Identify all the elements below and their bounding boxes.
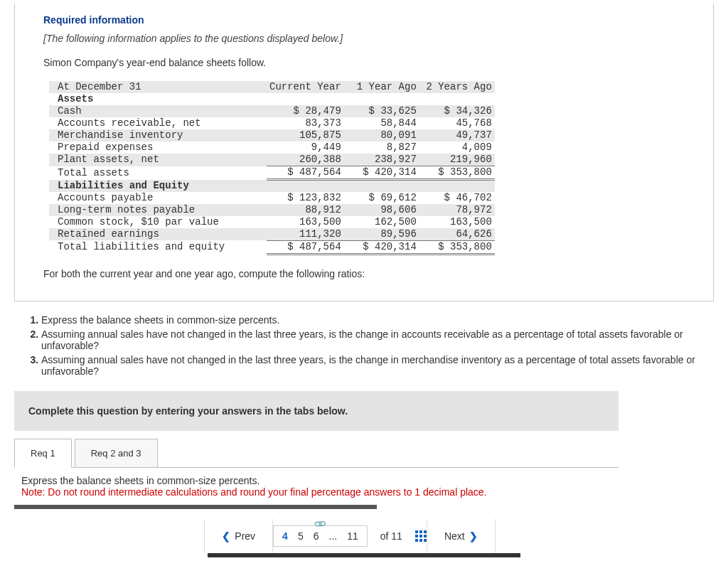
horizontal-scrollbar[interactable]: [14, 505, 377, 509]
bottom-scrollbar[interactable]: [208, 553, 520, 557]
row-val: 98,606: [344, 204, 419, 216]
question-list: Express the balance sheets in common-siz…: [14, 314, 714, 377]
page-num[interactable]: 6: [314, 530, 319, 542]
panel-line-1: Express the balance sheets in common-siz…: [21, 475, 611, 486]
total-val: $ 487,564: [267, 240, 344, 254]
chevron-right-icon: ❯: [469, 530, 478, 542]
tab-req-1[interactable]: Req 1: [14, 439, 72, 468]
row-val: 111,320: [267, 228, 344, 241]
after-table-text: For both the current year and one year a…: [43, 268, 685, 279]
row-val: $ 46,702: [419, 192, 495, 204]
page-of-n: of 11: [380, 530, 402, 542]
row-val: 83,373: [267, 117, 344, 129]
total-liab-label: Total liabilities and equity: [49, 240, 267, 254]
row-val: 49,737: [419, 129, 495, 141]
page-current[interactable]: 4: [282, 530, 288, 542]
row-val: 9,449: [267, 141, 344, 154]
row-val: 4,009: [419, 141, 495, 154]
info-box: Required information [The following info…: [14, 4, 714, 301]
panel-note: Note: Do not round intermediate calculat…: [21, 486, 611, 498]
question-1: Express the balance sheets in common-siz…: [41, 314, 714, 326]
tab-panel: Express the balance sheets in common-siz…: [14, 467, 619, 502]
row-label: Accounts payable: [49, 192, 267, 204]
assets-heading: Assets: [49, 93, 267, 105]
tabs-row: Req 1 Req 2 and 3: [14, 438, 714, 467]
row-label: Long-term notes payable: [49, 204, 267, 216]
page-ellipsis: ...: [329, 530, 338, 542]
page-list[interactable]: 🔗 4 5 6 ... 11: [273, 525, 368, 547]
total-assets-label: Total assets: [49, 166, 267, 180]
row-label: Prepaid expenses: [49, 141, 267, 154]
table-header-c2: 1 Year Ago: [344, 81, 419, 93]
row-label: Cash: [49, 105, 267, 117]
row-val: $ 33,625: [344, 105, 419, 117]
question-3: Assuming annual sales have not changed i…: [41, 354, 714, 377]
row-val: 45,768: [419, 117, 495, 129]
row-val: 80,091: [344, 129, 419, 141]
next-label: Next: [444, 530, 465, 542]
prev-label: Prev: [235, 530, 255, 542]
total-val: $ 420,314: [344, 166, 419, 180]
question-2: Assuming annual sales have not changed i…: [41, 328, 714, 351]
row-val: 163,500: [267, 216, 344, 228]
row-label: Merchandise inventory: [49, 129, 267, 141]
row-val: 162,500: [344, 216, 419, 228]
page-num[interactable]: 11: [347, 530, 358, 542]
liabilities-heading: Liabilities and Equity: [49, 180, 267, 192]
row-val: 64,626: [419, 228, 495, 241]
total-val: $ 420,314: [344, 240, 419, 254]
row-val: 58,844: [344, 117, 419, 129]
table-header-c3: 2 Years Ago: [419, 81, 495, 93]
row-val: 238,927: [344, 154, 419, 166]
intro-text: Simon Company's year-end balance sheets …: [43, 57, 685, 68]
instruction-bar: Complete this question by entering your …: [14, 391, 619, 431]
page-num[interactable]: 5: [298, 530, 304, 542]
prev-button[interactable]: ❮ Prev: [204, 519, 273, 553]
total-val: $ 353,800: [419, 240, 495, 254]
table-header-label: At December 31: [49, 81, 267, 93]
row-val: 105,875: [267, 129, 344, 141]
row-val: $ 69,612: [344, 192, 419, 204]
row-val: 88,912: [267, 204, 344, 216]
tab-req-2-and-3[interactable]: Req 2 and 3: [75, 439, 158, 468]
table-header-c1: Current Year: [267, 81, 344, 93]
required-info-heading: Required information: [43, 14, 685, 26]
page-box: 🔗 4 5 6 ... 11 of 11: [273, 519, 427, 553]
row-val: $ 34,326: [419, 105, 495, 117]
row-val: 219,960: [419, 154, 495, 166]
row-label: Retained earnings: [49, 228, 267, 241]
next-button[interactable]: Next ❯: [427, 519, 496, 553]
row-label: Plant assets, net: [49, 154, 267, 166]
required-info-note: [The following information applies to th…: [43, 33, 685, 44]
grid-icon[interactable]: [415, 530, 427, 542]
row-label: Common stock, $10 par value: [49, 216, 267, 228]
total-val: $ 353,800: [419, 166, 495, 180]
row-val: 8,827: [344, 141, 419, 154]
row-val: $ 123,832: [267, 192, 344, 204]
total-val: $ 487,564: [267, 166, 344, 180]
link-icon: 🔗: [313, 516, 327, 530]
row-val: 78,972: [419, 204, 495, 216]
row-label: Accounts receivable, net: [49, 117, 267, 129]
chevron-left-icon: ❮: [222, 530, 230, 542]
row-val: 260,388: [267, 154, 344, 166]
nav-bar: ❮ Prev 🔗 4 5 6 ... 11 of 11 Next ❯: [0, 519, 714, 553]
row-val: 163,500: [419, 216, 495, 228]
row-val: $ 28,479: [267, 105, 344, 117]
balance-sheet-table: At December 31 Current Year 1 Year Ago 2…: [49, 81, 495, 255]
row-val: 89,596: [344, 228, 419, 241]
